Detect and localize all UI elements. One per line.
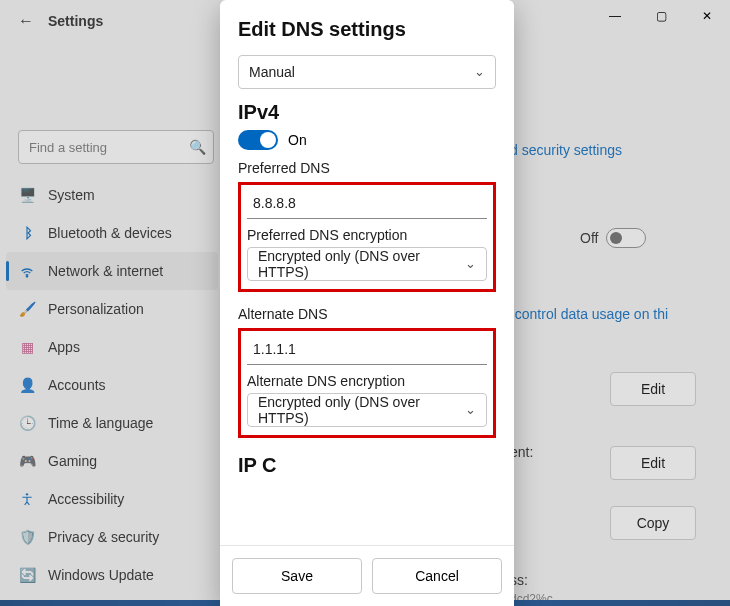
edit-button[interactable]: Edit [610, 446, 696, 480]
cancel-button[interactable]: Cancel [372, 558, 502, 594]
preferred-enc-select[interactable]: Encrypted only (DNS over HTTPS) ⌄ [247, 247, 487, 281]
alternate-enc-label: Alternate DNS encryption [247, 373, 487, 389]
ipv4-toggle[interactable] [238, 130, 278, 150]
search-input[interactable] [18, 130, 214, 164]
data-usage-link-fragment[interactable]: lp control data usage on thi [500, 306, 668, 322]
update-icon: 🔄 [18, 566, 36, 584]
dns-mode-value: Manual [249, 64, 295, 80]
sidebar-item-apps[interactable]: ▦ Apps [6, 328, 218, 366]
preferred-enc-label: Preferred DNS encryption [247, 227, 487, 243]
firewall-link-fragment[interactable]: d security settings [510, 142, 622, 158]
sidebar: 🖥️ System Bluetooth & devices Network & … [6, 176, 218, 594]
chevron-down-icon: ⌄ [465, 256, 476, 271]
ipv4-toggle-label: On [288, 132, 307, 148]
sidebar-item-update[interactable]: 🔄 Windows Update [6, 556, 218, 594]
alternate-enc-select[interactable]: Encrypted only (DNS over HTTPS) ⌄ [247, 393, 487, 427]
person-icon: 👤 [18, 376, 36, 394]
paintbrush-icon: 🖌️ [18, 300, 36, 318]
apps-icon: ▦ [18, 338, 36, 356]
sidebar-item-label: Bluetooth & devices [48, 225, 172, 241]
preferred-dns-label: Preferred DNS [238, 160, 496, 176]
alternate-dns-input[interactable] [247, 333, 487, 365]
minimize-button[interactable]: — [592, 0, 638, 32]
chevron-down-icon: ⌄ [465, 402, 476, 417]
edit-button[interactable]: Edit [610, 372, 696, 406]
preferred-dns-highlight: Preferred DNS encryption Encrypted only … [238, 182, 496, 292]
dialog-footer: Save Cancel [220, 545, 514, 606]
sidebar-item-label: System [48, 187, 95, 203]
sidebar-item-system[interactable]: 🖥️ System [6, 176, 218, 214]
ipv4-toggle-row: On [238, 130, 496, 150]
svg-point-0 [26, 276, 27, 277]
maximize-button[interactable]: ▢ [638, 0, 684, 32]
sidebar-item-label: Network & internet [48, 263, 163, 279]
off-label: Off [580, 230, 598, 246]
svg-point-1 [26, 493, 28, 495]
alternate-enc-value: Encrypted only (DNS over HTTPS) [258, 394, 456, 426]
close-window-button[interactable]: ✕ [684, 0, 730, 32]
search-wrap: 🔍 [18, 130, 214, 164]
sidebar-item-network[interactable]: Network & internet [6, 252, 218, 290]
chevron-down-icon: ⌄ [474, 64, 485, 79]
sidebar-item-label: Apps [48, 339, 80, 355]
metered-toggle[interactable] [606, 228, 646, 248]
monitor-icon: 🖥️ [18, 186, 36, 204]
preferred-dns-input[interactable] [247, 187, 487, 219]
bluetooth-icon [18, 224, 36, 242]
gamepad-icon: 🎮 [18, 452, 36, 470]
wifi-icon [18, 262, 36, 280]
sidebar-item-accessibility[interactable]: Accessibility [6, 480, 218, 518]
preferred-enc-value: Encrypted only (DNS over HTTPS) [258, 248, 456, 280]
sidebar-item-privacy[interactable]: 🛡️ Privacy & security [6, 518, 218, 556]
save-button[interactable]: Save [232, 558, 362, 594]
sidebar-item-label: Personalization [48, 301, 144, 317]
sidebar-item-label: Privacy & security [48, 529, 159, 545]
metered-toggle-row: Off [580, 228, 646, 248]
ipv6-heading-partial: IP C [238, 454, 496, 474]
sidebar-item-label: Accounts [48, 377, 106, 393]
app-title: Settings [48, 13, 103, 29]
window-controls: — ▢ ✕ [592, 0, 730, 32]
settings-window: — ▢ ✕ ← Settings rnet › Ethernet 🔍 🖥️ Sy… [0, 0, 730, 606]
sidebar-item-label: Gaming [48, 453, 97, 469]
alternate-dns-label: Alternate DNS [238, 306, 496, 322]
search-icon: 🔍 [189, 139, 206, 155]
sidebar-item-gaming[interactable]: 🎮 Gaming [6, 442, 218, 480]
sidebar-item-accounts[interactable]: 👤 Accounts [6, 366, 218, 404]
sidebar-item-personalization[interactable]: 🖌️ Personalization [6, 290, 218, 328]
sidebar-item-label: Windows Update [48, 567, 154, 583]
header: ← Settings [18, 12, 103, 30]
clock-icon: 🕒 [18, 414, 36, 432]
dns-mode-select[interactable]: Manual ⌄ [238, 55, 496, 89]
sidebar-item-label: Time & language [48, 415, 153, 431]
alternate-dns-highlight: Alternate DNS encryption Encrypted only … [238, 328, 496, 438]
sidebar-item-time[interactable]: 🕒 Time & language [6, 404, 218, 442]
edit-dns-dialog: Edit DNS settings Manual ⌄ IPv4 On Prefe… [220, 0, 514, 606]
dialog-title: Edit DNS settings [238, 18, 496, 41]
back-arrow-icon[interactable]: ← [18, 12, 34, 30]
ipv4-heading: IPv4 [238, 101, 496, 124]
sidebar-item-bluetooth[interactable]: Bluetooth & devices [6, 214, 218, 252]
sidebar-item-label: Accessibility [48, 491, 124, 507]
copy-button[interactable]: Copy [610, 506, 696, 540]
accessibility-icon [18, 490, 36, 508]
shield-icon: 🛡️ [18, 528, 36, 546]
